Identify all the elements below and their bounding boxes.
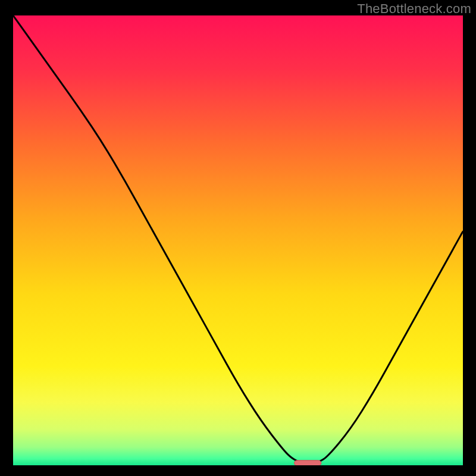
optimal-marker (295, 461, 321, 465)
chart-svg (13, 15, 463, 465)
chart-frame: TheBottleneck.com (0, 0, 476, 476)
gradient-background (13, 15, 463, 465)
plot-area (13, 15, 463, 465)
watermark-text: TheBottleneck.com (357, 1, 471, 17)
